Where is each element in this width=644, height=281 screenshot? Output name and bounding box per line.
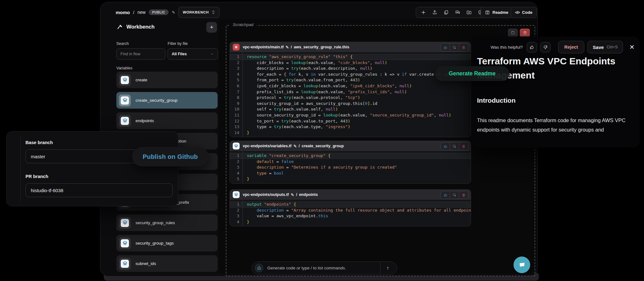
trash-button[interactable] [459,142,468,150]
save-button[interactable]: Save Ctrl+S [587,41,623,53]
code-panel-outputs-tf[interactable]: vpc-endpoints/outputs.tf ✎ / endpoints 1… [230,189,471,226]
code-line[interactable]: 12 to_port = try(each.value.to_port, 443… [230,118,471,124]
code-line[interactable]: 13 type = try(each.value.type, "ingress"… [230,124,471,130]
variable-item-create[interactable]: create [116,72,218,88]
code-line[interactable]: 9 security_group_id = aws_security_group… [230,101,471,107]
thumbs-down-button[interactable] [540,42,551,52]
code-panel-main-tf[interactable]: vpc-endpoints/main.tf ✎ / aws_security_g… [230,42,471,137]
variable-item-create_security_group[interactable]: create_security_group [116,92,218,109]
code-editor[interactable]: 1output "endpoints" {2 description = "Ar… [230,200,471,226]
code-line[interactable]: 11 source_security_group_id = lookup(eac… [230,112,471,118]
edit-file-icon[interactable]: ✎ [286,45,289,50]
scratchpad-select-button[interactable] [508,29,518,37]
ai-robot-button[interactable] [441,191,450,199]
variable-layers-icon [119,217,131,229]
code-line[interactable]: 3 description = try(each.value.descripti… [230,66,471,72]
code-line[interactable]: 8 protocol = try(each.value.protocol, "t… [230,95,471,101]
ai-command-bar[interactable]: ↑ [252,262,397,274]
line-number: 2 [230,159,242,165]
line-number: 6 [230,83,242,89]
pr-branch-input[interactable] [25,183,173,197]
variable-item-label: security_group_rules [136,220,175,225]
path-separator: / [291,45,292,49]
scratchpad-delete-button[interactable] [520,29,530,37]
code-panel-header[interactable]: vpc-endpoints/outputs.tf ✎ / endpoints [230,190,471,200]
variable-item-security_group_rules[interactable]: security_group_rules [116,214,218,231]
code-line[interactable]: 4 for_each = { for k, v in var.security_… [230,72,471,78]
code-line[interactable]: 2 default = false [230,159,471,165]
code-panel-variables-tf[interactable]: vpc-endpoints/variables.tf ✎ / create_se… [230,141,471,184]
chat-icon[interactable] [455,10,460,15]
close-icon[interactable]: ✕ [629,43,635,51]
file-name: vpc-endpoints/variables.tf [243,144,291,148]
publish-on-github-button[interactable]: Publish on Github [132,147,208,166]
code-button[interactable]: </> Code [511,7,537,18]
line-number: 1 [230,202,242,208]
edit-title-icon[interactable]: ✎ [172,10,175,15]
code-line[interactable]: 3 value = aws_vpc_endpoint.this [230,213,471,219]
project-name: momo [116,10,130,15]
code-line-content: protocol = try(each.value.protocol, "tcp… [247,95,360,101]
search-input[interactable] [116,48,165,60]
code-line[interactable]: 2 cidr_blocks = lookup(each.value, "cidr… [230,60,471,66]
code-line[interactable]: 14} [230,130,471,136]
line-number: 12 [230,118,242,124]
base-branch-label: Base branch [25,140,53,145]
select-region-button[interactable] [450,191,459,199]
window-title-group: momo / new PUBLIC ✎ WORKBENCH [116,7,219,18]
line-number: 2 [230,60,242,66]
line-number: 5 [230,176,242,182]
trash-button[interactable] [459,43,468,51]
base-branch-input[interactable] [25,149,143,163]
code-line[interactable]: 4} [230,219,471,225]
reject-button[interactable]: Reject [558,41,585,53]
add-variable-button[interactable]: + [206,22,217,33]
select-region-button[interactable] [450,43,459,51]
code-editor[interactable]: 1variable "create_security_group" {2 def… [230,151,471,184]
code-line[interactable]: 7 prefix_list_ids = lookup(each.value, "… [230,89,471,95]
variable-layers-icon [119,237,131,249]
generate-readme-button[interactable]: Generate Readme [435,66,509,81]
mode-select[interactable]: WORKBENCH [178,7,219,18]
ai-robot-button[interactable] [441,142,450,150]
code-editor[interactable]: 1resource "aws_security_group_rule" "thi… [230,52,471,137]
ai-robot-button[interactable] [441,43,450,51]
code-line[interactable]: 10 self = try(each.value.self, null) [230,106,471,112]
thumbs-down-icon [543,45,548,50]
edit-file-icon[interactable]: ✎ [293,144,297,149]
folder-add-icon[interactable] [466,10,472,15]
code-line[interactable]: 5 from_port = try(each.value.from_port, … [230,77,471,83]
upload-icon[interactable] [432,10,437,15]
variable-item-subnet_ids[interactable]: subnet_ids [116,255,218,272]
file-filter-select[interactable]: All Files [168,48,218,60]
code-panel-header[interactable]: vpc-endpoints/main.tf ✎ / aws_security_g… [230,42,471,52]
readme-feedback-row: Was this helpful? Reject Save Ctrl+S ✕ [471,41,640,53]
plus-icon[interactable] [421,10,426,15]
code-panel-header[interactable]: vpc-endpoints/variables.tf ✎ / create_se… [230,141,471,151]
code-line[interactable]: 1variable "create_security_group" { [230,153,471,159]
trash-button[interactable] [459,191,468,199]
path-separator: / [299,144,300,148]
variable-item-endpoints[interactable]: endpoints [116,112,218,129]
code-line[interactable]: 5} [230,176,471,182]
select-region-button[interactable] [450,142,459,150]
readme-button[interactable]: Readme [480,7,513,18]
code-line[interactable]: 1output "endpoints" { [230,202,471,208]
line-number: 4 [230,72,242,78]
code-line[interactable]: 6 ipv6_cidr_blocks = lookup(each.value, … [230,83,471,89]
file-name: vpc-endpoints/main.tf [243,45,284,49]
code-line[interactable]: 4 type = bool [230,170,471,176]
panel-actions [441,191,468,199]
code-line[interactable]: 3 description = "Determines if a securit… [230,165,471,170]
variable-item-security_group_tags[interactable]: security_group_tags [116,235,218,251]
thumbs-up-button[interactable] [527,42,537,52]
arrow-up-icon[interactable]: ↑ [381,265,394,271]
code-line[interactable]: 2 description = "Array containing the fu… [230,208,471,213]
code-line-content: description = try(each.value.description… [247,66,372,72]
code-line[interactable]: 1resource "aws_security_group_rule" "thi… [230,54,471,60]
copy-icon[interactable] [443,10,449,15]
edit-file-icon[interactable]: ✎ [291,192,294,197]
code-line-content: type = bool [247,170,284,176]
command-input[interactable] [264,266,380,270]
chat-fab-button[interactable] [514,257,530,273]
